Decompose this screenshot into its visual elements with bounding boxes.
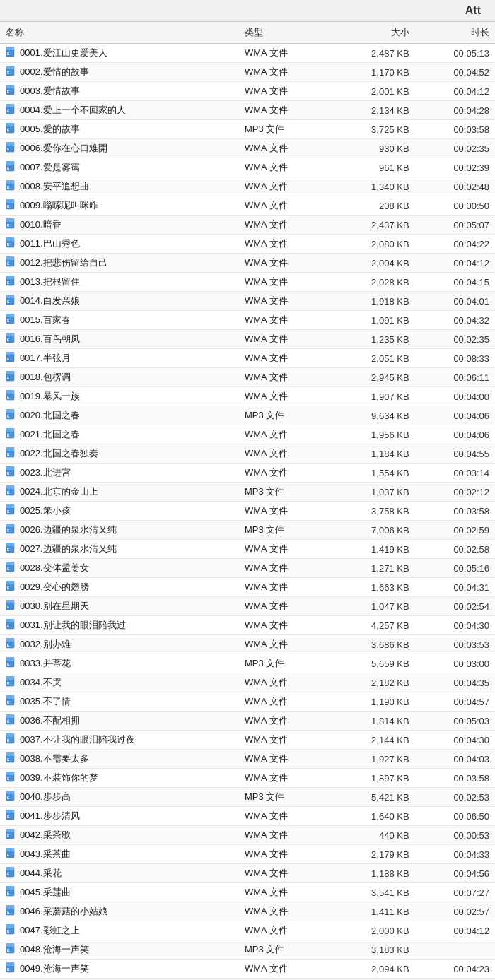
cell-name: E0003.爱情故事: [0, 82, 239, 101]
svg-rect-1: [6, 47, 14, 50]
table-row[interactable]: E0040.步步高MP3 文件5,421 KB00:02:53: [0, 788, 495, 807]
table-row[interactable]: E0003.爱情故事WMA 文件2,001 KB00:04:12: [0, 82, 495, 101]
table-row[interactable]: E0048.沧海一声笑MP3 文件3,183 KB: [0, 940, 495, 960]
table-row[interactable]: E0018.包楞调WMA 文件2,945 KB00:06:11: [0, 368, 495, 387]
cell-duration: 00:04:57: [415, 692, 495, 712]
table-row[interactable]: E0034.不哭WMA 文件2,182 KB00:04:35: [0, 673, 495, 692]
table-row[interactable]: E0049.沧海一声笑WMA 文件2,094 KB00:04:23: [0, 960, 495, 979]
table-row[interactable]: E0041.步步清风WMA 文件1,640 KB00:06:50: [0, 807, 495, 826]
cell-name: E0018.包楞调: [0, 368, 239, 387]
cell-duration: 00:04:55: [415, 444, 495, 464]
cell-type: WMA 文件: [239, 597, 331, 616]
cell-size: 1,184 KB: [331, 444, 414, 464]
table-row[interactable]: E0014.白发亲娘WMA 文件1,918 KB00:04:01: [0, 292, 495, 311]
table-row[interactable]: E0038.不需要太多WMA 文件1,927 KB00:04:03: [0, 750, 495, 769]
cell-size: 961 KB: [331, 158, 414, 177]
file-icon: E: [6, 886, 17, 897]
table-row[interactable]: E0001.爱江山更爱美人WMA 文件2,487 KB00:05:13: [0, 44, 495, 63]
cell-name: E0020.北国之春: [0, 406, 239, 425]
table-row[interactable]: E0020.北国之春MP3 文件9,634 KB00:04:06: [0, 406, 495, 425]
table-row[interactable]: E0031.别让我的眼泪陪我过WMA 文件4,257 KB00:04:30: [0, 616, 495, 635]
table-row[interactable]: E0047.彩虹之上WMA 文件2,000 KB00:04:12: [0, 921, 495, 940]
table-row[interactable]: E0024.北京的金山上MP3 文件1,037 KB00:02:12: [0, 483, 495, 502]
table-row[interactable]: E0005.愛的故事MP3 文件3,725 KB00:03:58: [0, 120, 495, 139]
cell-duration: 00:04:06: [415, 425, 495, 444]
table-row[interactable]: E0013.把根留住WMA 文件2,028 KB00:04:15: [0, 273, 495, 292]
cell-size: 5,421 KB: [331, 788, 414, 807]
table-row[interactable]: E0011.巴山秀色WMA 文件2,080 KB00:04:22: [0, 235, 495, 254]
table-row[interactable]: E0006.爱你在心口难開WMA 文件930 KB00:02:35: [0, 139, 495, 158]
table-row[interactable]: E0016.百鸟朝凤WMA 文件1,235 KB00:02:35: [0, 330, 495, 349]
table-row[interactable]: E0002.爱情的故事WMA 文件1,170 KB00:04:52: [0, 63, 495, 82]
table-row[interactable]: E0028.变体孟姜女WMA 文件1,271 KB00:05:16: [0, 559, 495, 578]
table-row[interactable]: E0045.采莲曲WMA 文件3,541 KB00:07:27: [0, 883, 495, 902]
cell-name-text: 0032.别办难: [20, 638, 71, 651]
cell-name-text: 0010.暗香: [20, 218, 62, 231]
cell-duration: 00:04:52: [415, 63, 495, 82]
cell-name: E0049.沧海一声笑: [0, 960, 239, 979]
table-row[interactable]: E0039.不装饰你的梦WMA 文件1,897 KB00:03:58: [0, 769, 495, 788]
table-row[interactable]: E0022.北国之春独奏WMA 文件1,184 KB00:04:55: [0, 444, 495, 464]
table-row[interactable]: E0046.采蘑菇的小姑娘WMA 文件1,411 KB00:02:57: [0, 902, 495, 921]
table-row[interactable]: E0027.边疆的泉水清又纯WMA 文件1,419 KB00:02:58: [0, 540, 495, 559]
table-row[interactable]: E0042.采茶歌WMA 文件440 KB00:00:53: [0, 826, 495, 845]
svg-rect-97: [6, 657, 14, 661]
cell-duration: 00:02:57: [415, 902, 495, 921]
table-row[interactable]: E0012.把悲伤留给自己WMA 文件2,004 KB00:04:12: [0, 254, 495, 273]
cell-type: WMA 文件: [239, 578, 331, 597]
cell-duration: 00:04:12: [415, 921, 495, 940]
table-row[interactable]: E0017.半弦月WMA 文件2,051 KB00:08:33: [0, 349, 495, 368]
cell-duration: 00:02:12: [415, 483, 495, 502]
svg-rect-67: [6, 466, 14, 470]
cell-type: WMA 文件: [239, 44, 331, 63]
file-icon: E: [6, 352, 17, 363]
cell-name: E0024.北京的金山上: [0, 483, 239, 502]
cell-size: 1,640 KB: [331, 807, 414, 826]
table-row[interactable]: E0015.百家春WMA 文件1,091 KB00:04:32: [0, 311, 495, 330]
table-row[interactable]: E0032.别办难WMA 文件3,686 KB00:03:53: [0, 635, 495, 654]
table-row[interactable]: E0033.并蒂花MP3 文件5,659 KB00:03:00: [0, 654, 495, 673]
cell-name: E0034.不哭: [0, 673, 239, 692]
cell-duration: 00:08:33: [415, 349, 495, 368]
table-row[interactable]: E0010.暗香WMA 文件2,437 KB00:05:07: [0, 216, 495, 235]
file-icon: E: [6, 161, 17, 172]
cell-duration: 00:02:39: [415, 158, 495, 177]
table-row[interactable]: E0043.采茶曲WMA 文件2,179 KB00:04:33: [0, 845, 495, 864]
table-row[interactable]: E0025.笨小孩WMA 文件3,758 KB00:03:58: [0, 502, 495, 521]
cell-name: E0011.巴山秀色: [0, 235, 239, 254]
table-row[interactable]: E0007.爱是雾霭WMA 文件961 KB00:02:39: [0, 158, 495, 177]
cell-name-text: 0040.步步高: [20, 791, 71, 803]
cell-name: E0039.不装饰你的梦: [0, 769, 239, 788]
table-row[interactable]: E0037.不让我的眼泪陪我过夜WMA 文件2,144 KB00:04:30: [0, 731, 495, 750]
table-row[interactable]: E0008.安平追想曲WMA 文件1,340 KB00:02:48: [0, 177, 495, 196]
cell-name-text: 0002.爱情的故事: [20, 66, 89, 78]
cell-size: 1,190 KB: [331, 692, 414, 712]
cell-name-text: 0029.变心的翅膀: [20, 581, 89, 594]
cell-size: 2,094 KB: [331, 960, 414, 979]
file-icon: E: [6, 581, 17, 592]
svg-rect-28: [6, 218, 14, 222]
svg-rect-61: [6, 428, 14, 432]
table-row[interactable]: E0004.爱上一个不回家的人WMA 文件2,134 KB00:04:28: [0, 101, 495, 120]
file-icon: E: [6, 867, 17, 878]
cell-size: 4,257 KB: [331, 616, 414, 635]
cell-size: 440 KB: [331, 826, 414, 845]
cell-name: E0014.白发亲娘: [0, 292, 239, 311]
svg-rect-139: [6, 924, 14, 928]
cell-size: 1,047 KB: [331, 597, 414, 616]
table-row[interactable]: E0044.采花WMA 文件1,188 KB00:04:56: [0, 864, 495, 883]
svg-rect-49: [6, 352, 14, 355]
cell-name-text: 0001.爱江山更爱美人: [20, 47, 107, 59]
cell-name-text: 0018.包楞调: [20, 371, 71, 384]
table-row[interactable]: E0029.变心的翅膀WMA 文件1,663 KB00:04:31: [0, 578, 495, 597]
table-row[interactable]: E0036.不配相拥WMA 文件1,814 KB00:05:03: [0, 712, 495, 731]
table-row[interactable]: E0023.北进宫WMA 文件1,554 KB00:03:14: [0, 464, 495, 483]
table-row[interactable]: E0019.暴风一族WMA 文件1,907 KB00:04:00: [0, 387, 495, 406]
cell-name-text: 0028.变体孟姜女: [20, 562, 89, 574]
cell-name: E0043.采茶曲: [0, 845, 239, 864]
table-row[interactable]: E0021.北国之春WMA 文件1,956 KB00:04:06: [0, 425, 495, 444]
table-row[interactable]: E0030.别在星期天WMA 文件1,047 KB00:02:54: [0, 597, 495, 616]
table-row[interactable]: E0009.嗡嗦呢叫咪咋WMA 文件208 KB00:00:50: [0, 196, 495, 216]
table-row[interactable]: E0026.边疆的泉水清又纯MP3 文件7,006 KB00:02:59: [0, 521, 495, 540]
table-row[interactable]: E0035.不了情WMA 文件1,190 KB00:04:57: [0, 692, 495, 712]
